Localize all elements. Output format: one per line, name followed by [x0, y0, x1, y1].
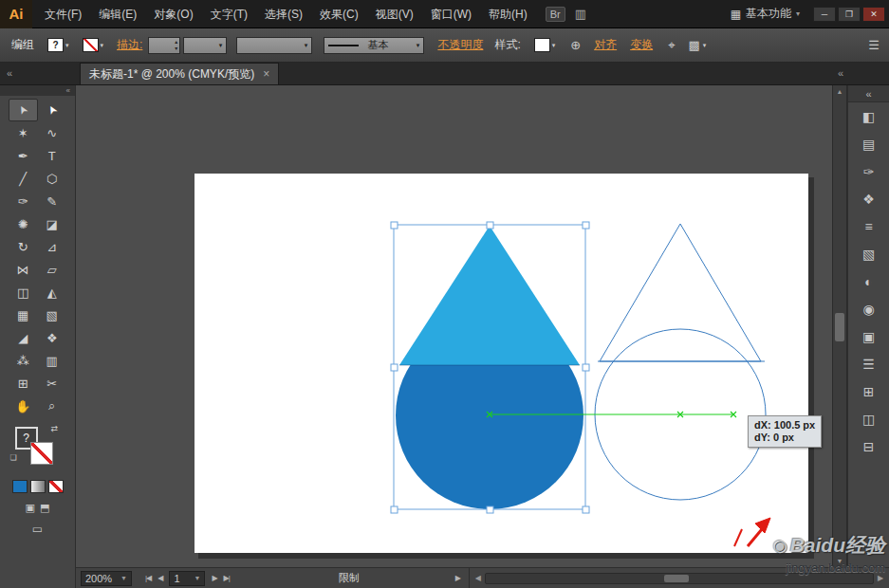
magic-wand-tool[interactable]: ✶	[9, 121, 38, 144]
minimize-button[interactable]: ─	[813, 7, 836, 22]
selection-handle[interactable]	[583, 506, 589, 513]
brushes-panel-icon[interactable]: ✑	[848, 157, 889, 185]
selection-handle[interactable]	[391, 222, 398, 229]
eraser-tool[interactable]: ◪	[38, 212, 67, 235]
horizontal-scrollbar[interactable]: ◀ ▶	[469, 568, 889, 588]
chevron-down-icon[interactable]: ▾	[101, 42, 104, 49]
slice-tool[interactable]: ✂	[38, 372, 67, 395]
line-segment-tool[interactable]: ╱	[9, 167, 38, 190]
fill-swatch[interactable]: ?	[47, 38, 64, 52]
fill-color-control[interactable]: ? ▾	[47, 38, 69, 52]
vscroll-thumb[interactable]	[835, 313, 844, 341]
scroll-down-icon[interactable]: ▼	[833, 558, 846, 564]
brush-definition-select[interactable]: 基本 ▾	[324, 37, 424, 54]
chevron-down-icon[interactable]: ▾	[703, 42, 707, 49]
select-similar-control[interactable]: ▩ ▾	[688, 38, 706, 52]
globe-icon[interactable]: ⊕	[570, 38, 581, 52]
zoom-select[interactable]: 200% ▼	[81, 571, 132, 586]
menu-item-1[interactable]: 编辑(E)	[90, 0, 145, 28]
stepper-up-icon[interactable]: ▴	[175, 39, 177, 46]
paintbrush-tool[interactable]: ✑	[9, 190, 38, 212]
artboard-number-field[interactable]: 1 ▼	[169, 571, 205, 586]
artboards-panel-icon[interactable]: ⊞	[848, 377, 889, 405]
stroke-weight-select[interactable]: ▾	[183, 37, 227, 54]
selection-tool[interactable]: ➤	[9, 99, 38, 121]
default-fill-stroke-icon[interactable]: ❏	[10, 453, 17, 462]
stroke-swatch[interactable]	[83, 38, 99, 52]
scroll-left-icon[interactable]: ◀	[472, 574, 485, 582]
appearance-panel-icon[interactable]: ◉	[848, 295, 889, 322]
style-select[interactable]: ▾	[534, 38, 556, 52]
selection-handle[interactable]	[487, 506, 493, 513]
chevron-down-icon[interactable]: ▾	[65, 42, 69, 49]
canvas-area[interactable]: dX: 100.5 px dY: 0 px	[76, 85, 832, 567]
pen-tool[interactable]: ✒	[9, 144, 38, 167]
menu-item-0[interactable]: 文件(F)	[36, 0, 90, 28]
document-tab[interactable]: 未标题-1* @ 200% (CMYK/预览) ×	[80, 63, 279, 84]
maximize-button[interactable]: ❐	[838, 7, 861, 22]
perspective-grid-tool[interactable]: ◭	[38, 281, 67, 303]
blob-brush-tool[interactable]: ✺	[9, 212, 38, 235]
app-logo[interactable]: Ai	[0, 0, 32, 28]
select-similar-icon[interactable]: ▩	[688, 38, 699, 52]
swatches-panel-icon[interactable]: ▤	[848, 130, 889, 157]
symbols-panel-icon[interactable]: ❖	[848, 185, 889, 212]
isolate-selected-icon[interactable]: ⌖	[668, 38, 675, 53]
scroll-right-icon[interactable]: ▶	[874, 574, 887, 582]
align-panel-icon[interactable]: ⊟	[848, 432, 889, 460]
gradient-tool[interactable]: ▧	[38, 303, 67, 326]
control-panel-menu-icon[interactable]: ☰	[868, 38, 880, 52]
graphic-styles-panel-icon[interactable]: ▣	[848, 322, 889, 350]
selection-handle[interactable]	[583, 222, 589, 229]
column-graph-tool[interactable]: ▥	[38, 349, 67, 372]
workspace-switcher[interactable]: ▦ 基本功能 ▾	[731, 6, 800, 22]
menu-item-2[interactable]: 对象(O)	[145, 0, 201, 28]
collapse-toolbar-icon[interactable]: «	[7, 67, 12, 79]
close-tab-icon[interactable]: ×	[263, 67, 269, 81]
selection-handle[interactable]	[487, 222, 493, 229]
type-tool[interactable]: T	[38, 144, 67, 167]
opacity-link[interactable]: 不透明度	[437, 37, 483, 53]
draw-normal-icon[interactable]: ▣	[26, 502, 35, 514]
variable-width-profile-select[interactable]: ▾	[236, 37, 312, 54]
menu-item-8[interactable]: 帮助(H)	[480, 0, 536, 28]
collapse-tools-icon[interactable]: «	[66, 86, 70, 95]
tools-panel-header[interactable]: «	[0, 85, 75, 96]
status-text[interactable]: 限制	[283, 571, 416, 585]
width-tool[interactable]: ⋈	[9, 258, 38, 281]
stepper-down-icon[interactable]: ▾	[175, 46, 177, 52]
bridge-button[interactable]: Br	[546, 7, 565, 22]
rotate-tool[interactable]: ↻	[9, 235, 38, 258]
hscroll-thumb[interactable]	[664, 575, 689, 582]
artboard-tool[interactable]: ⊞	[9, 372, 38, 395]
stroke-proxy-swatch[interactable]	[30, 442, 53, 465]
scale-tool[interactable]: ⊿	[38, 235, 67, 258]
swap-fill-stroke-icon[interactable]: ⇄	[51, 424, 59, 433]
zoom-tool[interactable]: ⌕	[38, 395, 67, 417]
stroke-weight-link[interactable]: 描边:	[117, 37, 142, 53]
first-artboard-button[interactable]: |◀	[145, 574, 151, 582]
collapse-dock-icon[interactable]: «	[838, 67, 843, 79]
color-button[interactable]	[12, 480, 28, 493]
hand-tool[interactable]: ✋	[9, 395, 38, 417]
status-menu-arrow[interactable]: ▶	[455, 574, 461, 582]
chevron-down-icon[interactable]: ▾	[552, 42, 556, 49]
menu-item-5[interactable]: 效果(C)	[311, 0, 367, 28]
symbol-sprayer-tool[interactable]: ⁂	[9, 349, 38, 372]
blend-tool[interactable]: ❖	[38, 326, 67, 349]
pathfinder-panel-icon[interactable]: ◫	[848, 405, 889, 432]
color-panel-icon[interactable]: ◧	[848, 102, 889, 130]
scroll-up-icon[interactable]: ▲	[833, 88, 846, 95]
last-artboard-button[interactable]: ▶|	[224, 574, 230, 582]
none-button[interactable]	[48, 480, 64, 493]
screen-mode-icon[interactable]: ▭	[32, 523, 43, 536]
pencil-tool[interactable]: ✎	[38, 190, 67, 212]
menu-item-7[interactable]: 窗口(W)	[422, 0, 480, 28]
lasso-tool[interactable]: ∿	[38, 121, 67, 144]
expand-panels-icon[interactable]: «	[848, 85, 889, 102]
gradient-button[interactable]	[30, 480, 46, 493]
eyedropper-tool[interactable]: ◢	[9, 326, 38, 349]
gradient-panel-icon[interactable]: ▧	[848, 240, 889, 267]
selection-handle[interactable]	[391, 364, 398, 371]
align-link[interactable]: 对齐	[594, 37, 617, 53]
